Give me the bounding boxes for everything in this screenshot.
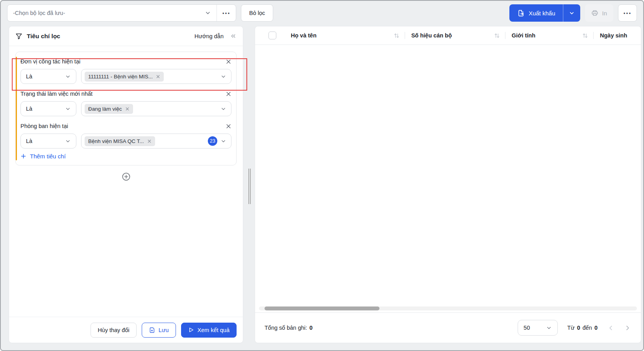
remove-criterion-icon[interactable] [226, 59, 231, 65]
plus-icon [20, 153, 26, 159]
tag-text: Bệnh viện MISA QC T... [88, 138, 144, 144]
table-body-empty [255, 45, 641, 306]
toolbar: -Chọn bộ lọc đã lưu- ●●● Bỏ lọc Xuất khẩ… [1, 1, 643, 25]
export-dropdown-button[interactable] [563, 4, 580, 22]
select-all-checkbox[interactable] [268, 32, 276, 39]
operator-select[interactable]: Là [20, 134, 76, 149]
operator-value: Là [26, 106, 32, 112]
save-icon [149, 327, 155, 333]
chevron-down-icon [220, 138, 226, 144]
printer-icon [591, 9, 598, 17]
results-table-panel: Họ và tên Số hiệu cán bộ Giới tính Ngày … [255, 26, 641, 343]
panel-resize-handle[interactable] [248, 169, 251, 204]
range-to-label: đến [583, 325, 592, 331]
save-button[interactable]: Lưu [142, 323, 176, 338]
filter-panel-header-right: Hướng dẫn [194, 33, 237, 39]
sort-icon[interactable] [494, 33, 500, 39]
value-multiselect[interactable]: 11111111 - Bệnh viện MIS... [81, 69, 231, 84]
remove-tag-icon[interactable] [147, 139, 152, 143]
operator-select[interactable]: Là [20, 69, 76, 84]
column-header-employee-id[interactable]: Số hiệu cán bộ [405, 26, 505, 45]
remove-criterion-icon[interactable] [226, 123, 231, 129]
view-results-button[interactable]: Xem kết quả [181, 323, 237, 338]
range-from-label: Từ [567, 325, 575, 331]
select-all-cell [255, 32, 285, 39]
range-from-value: 0 [577, 325, 580, 331]
table-footer: Tổng số bản ghi: 0 50 Từ 0 đến 0 [255, 312, 641, 343]
total-records: Tổng số bản ghi: 0 [265, 325, 313, 331]
cancel-changes-button[interactable]: Hủy thay đổi [91, 323, 137, 338]
filter-panel-body: Đơn vị công tác hiện tại Là [9, 46, 243, 187]
ellipsis-icon: ●●● [624, 11, 632, 15]
column-label: Giới tính [512, 32, 535, 39]
filter-panel-title-group: Tiêu chí lọc [15, 33, 60, 40]
view-results-label: Xem kết quả [198, 327, 229, 333]
operator-select[interactable]: Là [20, 101, 76, 116]
filter-criterion-unit: Đơn vị công tác hiện tại Là [20, 56, 231, 84]
operator-value: Là [26, 73, 32, 80]
page-size-select[interactable]: 50 [518, 320, 558, 336]
column-label: Họ và tên [291, 32, 316, 39]
export-split-button: Xuất khẩu [509, 4, 581, 22]
saved-filter-dropdown-group: -Chọn bộ lọc đã lưu- ●●● [7, 4, 236, 22]
column-header-name[interactable]: Họ và tên [285, 26, 405, 45]
selected-value-tag: Đang làm việc [85, 104, 133, 114]
criterion-label: Đơn vị công tác hiện tại [20, 58, 80, 65]
collapse-panel-icon[interactable] [230, 33, 237, 39]
funnel-icon [15, 33, 22, 40]
total-records-value: 0 [309, 325, 313, 331]
export-button[interactable]: Xuất khẩu [509, 4, 563, 22]
criteria-card: Đơn vị công tác hiện tại Là [15, 52, 237, 165]
value-multiselect[interactable]: Bệnh viện MISA QC T... 23 [81, 134, 231, 149]
filter-panel-title: Tiêu chí lọc [27, 33, 60, 40]
pagination: 50 Từ 0 đến 0 [518, 320, 631, 336]
remove-criterion-icon[interactable] [226, 91, 231, 97]
table-header-row: Họ và tên Số hiệu cán bộ Giới tính Ngày … [255, 26, 641, 45]
selected-value-tag: Bệnh viện MISA QC T... [85, 136, 155, 146]
remove-tag-icon[interactable] [125, 107, 130, 111]
chevron-down-icon [65, 106, 71, 112]
guide-link[interactable]: Hướng dẫn [194, 33, 224, 39]
record-range: Từ 0 đến 0 [567, 325, 598, 331]
add-criteria-label: Thêm tiêu chí [30, 153, 66, 160]
more-actions-button[interactable]: ●●● [618, 4, 637, 22]
remove-tag-icon[interactable] [156, 74, 160, 79]
scrollbar-thumb[interactable] [265, 306, 379, 310]
saved-filter-more-button[interactable]: ●●● [217, 5, 236, 21]
save-label: Lưu [159, 327, 169, 333]
total-records-label: Tổng số bản ghi: [265, 325, 307, 331]
sort-icon[interactable] [582, 33, 588, 39]
criterion-label: Trạng thái làm việc mới nhất [20, 91, 93, 97]
cancel-changes-label: Hủy thay đổi [98, 327, 130, 333]
print-label: In [602, 10, 607, 17]
sort-icon[interactable] [394, 33, 400, 39]
range-to-value: 0 [594, 325, 598, 331]
add-group-row [15, 172, 237, 181]
chevron-down-icon [220, 106, 226, 112]
value-multiselect[interactable]: Đang làm việc [81, 101, 231, 116]
add-criteria-button[interactable]: Thêm tiêu chí [20, 153, 231, 160]
chevron-down-icon [546, 325, 552, 331]
clear-filter-label: Bỏ lọc [249, 10, 265, 16]
selected-count-badge: 23 [208, 136, 217, 146]
ellipsis-icon: ●●● [222, 11, 231, 15]
saved-filter-select[interactable]: -Chọn bộ lọc đã lưu- [7, 5, 217, 21]
add-criteria-group-icon[interactable] [122, 172, 131, 181]
column-header-gender[interactable]: Giới tính [505, 26, 594, 45]
filter-criterion-department: Phòng ban hiện tại Là [20, 121, 231, 149]
filter-panel: Tiêu chí lọc Hướng dẫn Đơn vị công tác h… [9, 26, 243, 343]
next-page-icon[interactable] [624, 324, 631, 332]
clear-filter-button[interactable]: Bỏ lọc [241, 4, 273, 22]
operator-value: Là [26, 138, 32, 144]
tag-text: 11111111 - Bệnh viện MIS... [88, 74, 153, 80]
selected-value-tag: 11111111 - Bệnh viện MIS... [85, 72, 164, 82]
chevron-down-icon [220, 74, 226, 80]
export-label: Xuất khẩu [529, 10, 555, 17]
previous-page-icon[interactable] [607, 324, 614, 332]
chevron-down-icon [65, 138, 71, 144]
tag-text: Đang làm việc [88, 106, 122, 112]
chevron-down-icon [569, 10, 575, 16]
play-icon [188, 327, 194, 333]
print-button[interactable]: In [585, 4, 613, 22]
column-header-birthdate[interactable]: Ngày sinh [594, 26, 641, 45]
